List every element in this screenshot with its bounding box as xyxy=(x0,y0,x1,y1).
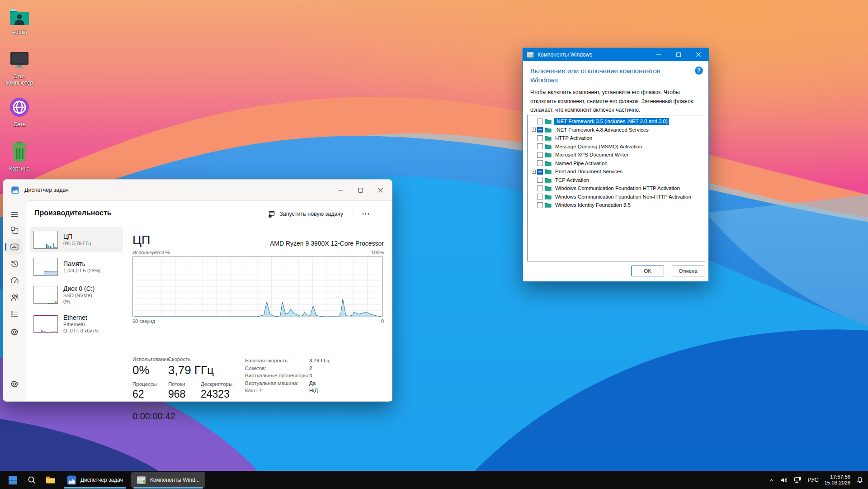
chevron-up-icon xyxy=(769,477,774,483)
nav-menu-button[interactable] xyxy=(6,207,23,222)
minimize-button[interactable] xyxy=(330,180,350,200)
desktop-icon-network[interactable]: Сеть xyxy=(0,97,39,128)
component-row[interactable]: +Print and Document Services xyxy=(528,167,705,176)
checkbox-unchecked[interactable] xyxy=(537,119,543,124)
minimize-button[interactable] xyxy=(649,48,669,61)
cpu-panel-title: ЦП xyxy=(132,233,150,247)
tab-performance[interactable] xyxy=(6,239,23,255)
component-row[interactable]: .NET Framework 3.5 (includes .NET 2.0 an… xyxy=(528,117,705,126)
ok-button[interactable]: OK xyxy=(631,266,664,276)
component-row[interactable]: Microsoft XPS Document Writer xyxy=(528,151,705,159)
component-row[interactable]: +.NET Framework 4.8 Advanced Services xyxy=(528,126,705,134)
component-label: Windows Communication Foundation HTTP Ac… xyxy=(554,185,681,192)
tab-services[interactable] xyxy=(6,324,23,340)
component-row[interactable]: Message Queuing (MSMQ) Activation xyxy=(528,142,705,151)
speedometer-icon xyxy=(10,276,19,285)
help-icon[interactable]: ? xyxy=(695,66,703,75)
cpu-stats-small: Базовая скорость:3,79 ГГц Сокетов:2 Вирт… xyxy=(245,357,330,394)
windows-features-dialog: Компоненты Windows Включение или отключе… xyxy=(523,48,709,282)
sidebar-item-title: Память xyxy=(63,260,100,268)
folder-icon xyxy=(545,177,552,183)
perf-sidebar-item-disk[interactable]: Диск 0 (C:)SSD (NVMe)0% xyxy=(30,281,123,309)
file-explorer-icon xyxy=(46,476,56,484)
network-button[interactable] xyxy=(794,477,802,484)
desktop-icon-recycle-bin[interactable]: Корзина xyxy=(0,141,39,172)
perf-sidebar-item-eth[interactable]: EthernetEthernet0О: 0 П: 0 кбит/с xyxy=(30,310,123,337)
checkbox-partial[interactable] xyxy=(537,169,543,175)
taskbar-app-task-manager[interactable]: Диспетчер задач xyxy=(61,472,128,488)
perf-sidebar-item-mem[interactable]: Память1,0/4,0 ГБ (25%) xyxy=(30,254,123,280)
expand-icon[interactable]: + xyxy=(532,170,536,174)
dialog-title: Компоненты Windows xyxy=(538,52,592,58)
tab-users[interactable] xyxy=(6,290,23,305)
run-new-task-button[interactable]: Запустить новую задачу xyxy=(262,207,349,221)
network-icon xyxy=(794,477,802,484)
checkbox-unchecked[interactable] xyxy=(537,160,543,166)
checkbox-partial[interactable] xyxy=(537,127,543,133)
search-button[interactable] xyxy=(23,471,41,489)
desktop-icon-label: Сеть xyxy=(0,121,39,128)
component-row[interactable]: HTTP Activation xyxy=(528,134,705,142)
volume-button[interactable] xyxy=(780,477,788,484)
close-button[interactable] xyxy=(370,180,390,200)
checkbox-unchecked[interactable] xyxy=(537,143,543,149)
more-options-button[interactable] xyxy=(358,207,374,221)
task-manager-titlebar[interactable]: Диспетчер задач xyxy=(3,180,392,200)
sidebar-item-subtitle: 1,0/4,0 ГБ (25%) xyxy=(63,268,100,274)
settings-button[interactable] xyxy=(6,376,23,392)
tab-processes[interactable] xyxy=(6,223,23,238)
file-explorer-button[interactable] xyxy=(42,471,60,489)
checkbox-unchecked[interactable] xyxy=(537,202,543,208)
history-clock-icon xyxy=(10,260,19,268)
tab-startup-apps[interactable] xyxy=(6,273,23,288)
component-label: HTTP Activation xyxy=(554,135,594,142)
close-button[interactable] xyxy=(689,48,708,61)
windows-components-icon xyxy=(137,475,146,485)
checkbox-unchecked[interactable] xyxy=(537,177,543,183)
start-button[interactable] xyxy=(4,471,22,489)
desktop-icon-this-pc[interactable]: Этот компьютер xyxy=(0,51,39,86)
folder-icon xyxy=(545,194,552,199)
checkbox-unchecked[interactable] xyxy=(537,185,543,191)
maximize-button[interactable] xyxy=(350,180,370,200)
checkbox-unchecked[interactable] xyxy=(537,135,543,141)
sidebar-item-subtitle: 0% 3,79 ГГц xyxy=(63,241,91,247)
cpu-stats-big: Использование 0% Скорость 3,79 ГГц Проце… xyxy=(132,356,236,426)
tab-details[interactable] xyxy=(6,306,23,322)
tab-app-history[interactable] xyxy=(6,256,23,271)
eth-mini-chart xyxy=(33,315,58,333)
checkbox-unchecked[interactable] xyxy=(537,152,543,158)
expand-icon[interactable]: + xyxy=(532,128,536,132)
maximize-button[interactable] xyxy=(669,48,689,61)
component-row[interactable]: Windows Identity Foundation 3.5 xyxy=(528,201,705,209)
expander-gutter: + xyxy=(530,170,537,174)
component-row[interactable]: Windows Communication Foundation HTTP Ac… xyxy=(528,184,705,193)
performance-icon xyxy=(10,242,19,252)
component-row[interactable]: Named Pipe Activation xyxy=(528,159,705,168)
computer-monitor-icon xyxy=(9,51,30,70)
language-indicator[interactable]: РУС xyxy=(807,477,818,483)
stat-utilization: Использование 0% xyxy=(132,356,168,377)
page-title: Производительность xyxy=(34,209,112,217)
task-manager-icon xyxy=(11,186,19,194)
folder-icon xyxy=(545,127,552,133)
desktop: Admin Этот компьютер Сеть Корзина xyxy=(0,0,868,489)
component-label: Message Queuing (MSMQ) Activation xyxy=(554,143,643,150)
taskbar-app-windows-components[interactable]: Компоненты Wind... xyxy=(131,472,205,488)
component-label: .NET Framework 4.8 Advanced Services xyxy=(554,126,650,133)
checkbox-unchecked[interactable] xyxy=(537,194,543,199)
cpu-panel: ЦП AMD Ryzen 9 3900X 12-Core Processor И… xyxy=(132,227,384,401)
more-options-icon xyxy=(362,213,369,215)
component-row[interactable]: TCP Activation xyxy=(528,176,705,185)
component-row[interactable]: Windows Communication Foundation Non-HTT… xyxy=(528,193,705,201)
cancel-button[interactable]: Отмена xyxy=(672,266,704,276)
tray-overflow-button[interactable] xyxy=(769,477,774,483)
perf-sidebar-item-cpu[interactable]: ЦП0% 3,79 ГГц xyxy=(30,227,123,252)
start-icon xyxy=(9,476,17,484)
clock[interactable]: 17:57:56 15.03.2026 xyxy=(824,474,850,486)
component-label: Named Pipe Activation xyxy=(554,160,609,166)
dialog-titlebar[interactable]: Компоненты Windows xyxy=(523,48,708,61)
desktop-icon-admin[interactable]: Admin xyxy=(0,7,39,35)
stat-processes: Процессы 62 xyxy=(132,381,168,400)
notifications-button[interactable] xyxy=(856,476,863,484)
